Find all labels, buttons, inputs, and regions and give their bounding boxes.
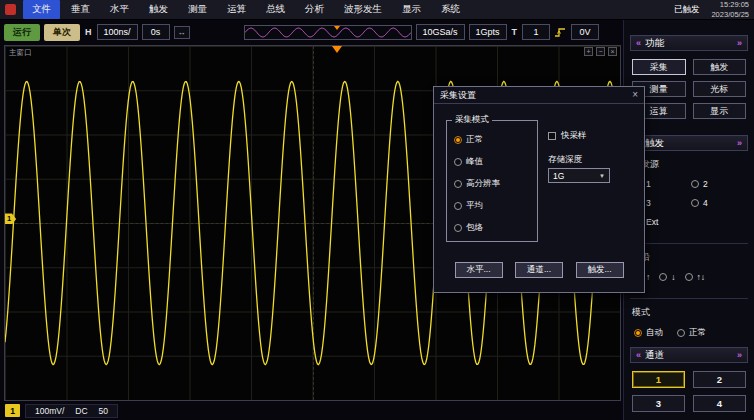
edge-falling[interactable]: ↓ xyxy=(659,272,675,282)
channel-header-label: 通道 xyxy=(645,349,664,362)
single-button[interactable]: 单次 xyxy=(44,24,80,41)
dialog-title-bar[interactable]: 采集设置 × xyxy=(434,87,644,104)
function-cursor-button[interactable]: 光标 xyxy=(693,81,747,97)
sample-rate-field: 10GSa/s xyxy=(416,24,465,40)
radio-icon xyxy=(454,224,462,232)
horizontal-label: H xyxy=(85,27,92,37)
zoom-in-icon[interactable]: + xyxy=(584,47,593,56)
channel1-coupling: DC xyxy=(75,406,87,416)
horizontal-expand-icon[interactable]: ↔ xyxy=(174,26,190,39)
menu-display[interactable]: 显示 xyxy=(393,0,430,19)
radio-icon xyxy=(685,273,693,281)
trigger-level-field[interactable]: 0V xyxy=(571,24,599,40)
mode-auto[interactable]: 自动 xyxy=(634,327,663,339)
acq-mode-option-normal[interactable]: 正常 xyxy=(454,134,530,146)
channel-section-header: « 通道 » xyxy=(630,347,748,363)
menu-analyze[interactable]: 分析 xyxy=(296,0,333,19)
radio-icon xyxy=(454,180,462,188)
radio-icon xyxy=(691,180,699,188)
acq-mode-label: 平均 xyxy=(466,200,483,212)
trigger-slope-icon[interactable] xyxy=(554,27,567,38)
divider xyxy=(630,243,748,244)
dialog-title: 采集设置 xyxy=(440,89,476,102)
memory-depth-label: 存储深度 xyxy=(548,154,582,166)
edge-label: 边沿 xyxy=(632,251,746,264)
channel1-settings[interactable]: 100mV/ DC 50 xyxy=(25,404,118,418)
menu-math[interactable]: 运算 xyxy=(218,0,255,19)
channel1-badge[interactable]: 1 xyxy=(5,404,20,417)
menu-wavegen[interactable]: 波形发生 xyxy=(335,0,391,19)
acq-mode-label: 峰值 xyxy=(466,156,483,168)
dialog-body: 采集模式 正常 峰值 高分 xyxy=(434,104,644,292)
fast-sample-option[interactable]: 快采样 xyxy=(548,130,587,142)
trigger-source-field[interactable]: 1 xyxy=(522,24,550,40)
section-marker-icon: » xyxy=(737,350,742,360)
zoom-out-icon[interactable]: − xyxy=(596,47,605,56)
trigger-status-label: 已触发 xyxy=(674,4,700,16)
menu-bus[interactable]: 总线 xyxy=(257,0,294,19)
radio-icon xyxy=(454,202,462,210)
trigger-settings-button[interactable]: 触发... xyxy=(576,262,624,278)
trigger-position-marker-icon[interactable] xyxy=(332,46,342,53)
source-label: 3 xyxy=(646,198,651,208)
dialog-buttons: 水平... 通道... 触发... xyxy=(434,262,644,278)
rising-edge-icon: ↑ xyxy=(646,272,650,282)
edge-options: ↑ ↓ ↑↓ xyxy=(634,272,744,282)
control-toolbar: 运行 单次 H 100ns/ 0s ↔ 10GSa/s 1Gpts T 1 xyxy=(0,20,623,44)
either-edge-icon: ↑↓ xyxy=(697,272,706,282)
oscilloscope-app: 文件 垂直 水平 触发 测量 运算 总线 分析 波形发生 显示 系统 已触发 1… xyxy=(0,0,754,420)
function-trigger-button[interactable]: 触发 xyxy=(693,59,747,75)
trigger-source-4[interactable]: 4 xyxy=(691,198,744,208)
edge-either[interactable]: ↑↓ xyxy=(685,272,706,282)
chevron-down-icon: ▼ xyxy=(599,173,605,179)
mode-label: 自动 xyxy=(646,327,663,339)
menu-measure[interactable]: 测量 xyxy=(179,0,216,19)
scope-window-title: 主窗口 xyxy=(9,48,32,58)
channel-1-button[interactable]: 1 xyxy=(632,371,685,388)
function-acquire-button[interactable]: 采集 xyxy=(632,59,686,75)
memory-depth-value: 1G xyxy=(553,171,564,181)
source-label: 4 xyxy=(703,198,708,208)
run-button[interactable]: 运行 xyxy=(4,24,40,41)
record-preview-strip[interactable] xyxy=(244,25,412,40)
status-bar: 1 100mV/ DC 50 xyxy=(0,401,623,420)
channel-4-button[interactable]: 4 xyxy=(693,395,746,412)
memory-depth-dropdown[interactable]: 1G ▼ xyxy=(548,168,610,183)
clock-date: 2023/05/25 xyxy=(711,10,749,19)
acq-mode-option-envelope[interactable]: 包络 xyxy=(454,222,530,234)
acq-mode-label: 包络 xyxy=(466,222,483,234)
trigger-label: T xyxy=(512,27,518,37)
preview-trigger-marker-icon[interactable] xyxy=(334,26,340,30)
trigger-source-2[interactable]: 2 xyxy=(691,179,744,189)
radio-icon xyxy=(691,199,699,207)
fast-sample-label: 快采样 xyxy=(561,130,587,142)
channel1-impedance: 50 xyxy=(99,406,108,416)
trigger-mode-options: 自动 正常 xyxy=(634,327,744,339)
section-marker-icon: « xyxy=(636,38,641,48)
acq-mode-option-peak[interactable]: 峰值 xyxy=(454,156,530,168)
menu-horizontal[interactable]: 水平 xyxy=(101,0,138,19)
section-marker-icon: « xyxy=(636,350,641,360)
menu-file[interactable]: 文件 xyxy=(23,0,60,19)
channel-2-button[interactable]: 2 xyxy=(693,371,746,388)
acq-mode-option-hires[interactable]: 高分辨率 xyxy=(454,178,530,190)
radio-icon xyxy=(454,136,462,144)
mode-normal[interactable]: 正常 xyxy=(677,327,706,339)
mode-label: 正常 xyxy=(689,327,706,339)
channel-settings-button[interactable]: 通道... xyxy=(515,262,563,278)
dialog-close-icon[interactable]: × xyxy=(632,90,638,100)
menu-vertical[interactable]: 垂直 xyxy=(62,0,99,19)
function-header-label: 功能 xyxy=(645,37,664,50)
timebase-field[interactable]: 100ns/ xyxy=(97,24,138,40)
menu-trigger[interactable]: 触发 xyxy=(140,0,177,19)
horizontal-offset-field[interactable]: 0s xyxy=(142,24,170,40)
function-display-button[interactable]: 显示 xyxy=(693,103,747,119)
channel-3-button[interactable]: 3 xyxy=(632,395,685,412)
window-close-icon[interactable]: × xyxy=(608,47,617,56)
radio-icon xyxy=(634,329,642,337)
channel1-scale: 100mV/ xyxy=(35,406,64,416)
menu-system[interactable]: 系统 xyxy=(432,0,469,19)
acq-mode-option-average[interactable]: 平均 xyxy=(454,200,530,212)
trigger-header-label: 触发 xyxy=(645,137,664,150)
horizontal-settings-button[interactable]: 水平... xyxy=(455,262,503,278)
